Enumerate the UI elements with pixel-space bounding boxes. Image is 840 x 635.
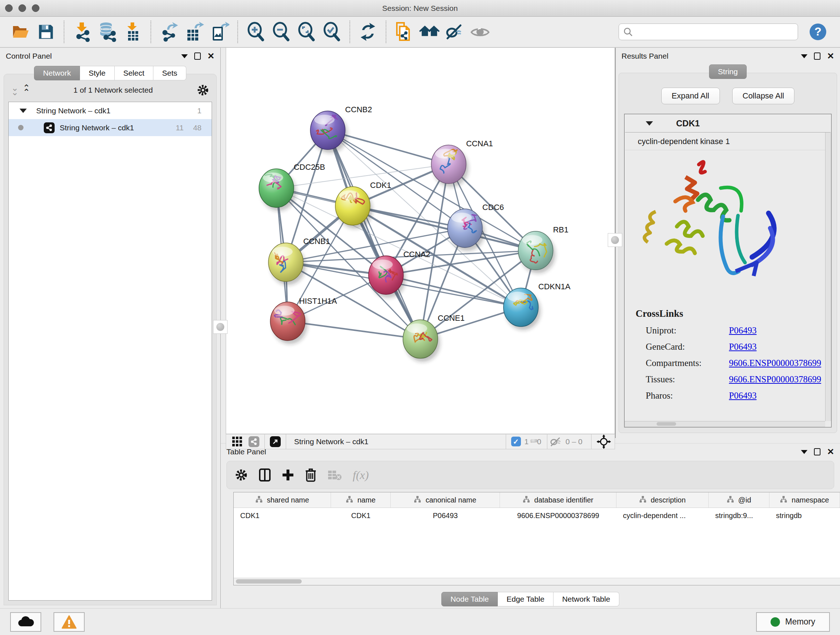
panel-menu-icon[interactable] <box>801 54 807 58</box>
network-splitter-handle[interactable] <box>608 233 622 247</box>
column-header-database-identifier[interactable]: database identifier <box>500 492 616 508</box>
tab-edge-table[interactable]: Edge Table <box>498 592 554 606</box>
search-input[interactable] <box>636 28 793 36</box>
expand-all-networks-icon[interactable]: ⌃⌃ <box>23 86 29 95</box>
add-column-plus-icon[interactable] <box>282 469 294 481</box>
network-node-CDC25B[interactable] <box>259 169 296 211</box>
column-header-canonical-name[interactable]: canonical name <box>391 492 500 508</box>
column-header-description[interactable]: description <box>616 492 709 508</box>
network-node-RB1[interactable] <box>518 231 555 273</box>
warning-button[interactable] <box>54 612 85 632</box>
export-image-button[interactable] <box>209 21 230 43</box>
table-options-gear-icon[interactable] <box>235 469 248 481</box>
open-session-button[interactable] <box>10 21 31 43</box>
panel-close-icon[interactable]: ✕ <box>207 52 215 60</box>
splitter-grip-icon[interactable] <box>531 439 538 442</box>
collapse-all-networks-icon[interactable]: ⌄⌄ <box>11 86 18 95</box>
zoom-fit-button[interactable] <box>296 21 317 43</box>
tab-style[interactable]: Style <box>80 66 115 80</box>
tab-network-table[interactable]: Network Table <box>554 592 619 606</box>
tab-string[interactable]: String <box>709 65 747 79</box>
table-cell[interactable]: stringdb:9... <box>709 508 769 524</box>
import-table-icon <box>123 22 142 42</box>
export-table-button[interactable] <box>184 21 205 43</box>
column-header-shared-name[interactable]: shared name <box>234 492 331 508</box>
network-collection-row[interactable]: String Network – cdk1 1 <box>9 102 212 119</box>
help-icon: ? <box>809 23 827 41</box>
table-cell[interactable]: stringdb <box>769 508 840 524</box>
table-cell[interactable]: cyclin-dependent ... <box>616 508 709 524</box>
panel-close-icon[interactable]: ✕ <box>827 52 834 60</box>
panel-menu-icon[interactable] <box>181 54 188 58</box>
help-button[interactable]: ? <box>807 21 829 43</box>
zoom-out-button[interactable] <box>271 21 292 43</box>
table-horizontal-scrollbar[interactable] <box>234 578 840 585</box>
network-node-HIST1H1A[interactable] <box>270 302 307 344</box>
show-eye-button[interactable] <box>470 21 491 43</box>
crosslink-label: Tissues: <box>646 374 729 385</box>
main-toolbar: ? <box>0 17 840 48</box>
hide-glasses-button[interactable] <box>444 21 465 43</box>
column-header-namespace[interactable]: namespace <box>769 492 840 508</box>
crosslink-link[interactable]: 9606.ENSP00000378699 <box>729 374 821 385</box>
scrollbar-thumb[interactable] <box>236 579 302 584</box>
protein-collapse-icon[interactable] <box>646 121 653 126</box>
toolbar-separator <box>150 21 151 43</box>
export-network-button[interactable] <box>158 21 180 43</box>
crosslink-link[interactable]: P06493 <box>729 342 756 352</box>
network-row[interactable]: String Network – cdk1 11 48 <box>9 119 212 136</box>
network-node-CDK1[interactable] <box>335 187 372 228</box>
string-home-button[interactable] <box>419 21 440 43</box>
table-cell[interactable]: CDK1 <box>331 508 391 524</box>
clone-network-icon <box>394 21 414 42</box>
tab-sets[interactable]: Sets <box>153 66 186 80</box>
panel-menu-icon[interactable] <box>801 450 807 454</box>
collapse-all-button[interactable]: Collapse All <box>732 88 795 104</box>
column-header-@id[interactable]: @id <box>709 492 769 508</box>
cloud-button[interactable] <box>10 612 41 632</box>
horizontal-splitter[interactable] <box>221 438 840 443</box>
tab-node-table[interactable]: Node Table <box>441 592 498 606</box>
save-session-button[interactable] <box>35 21 57 43</box>
network-node-CCNA2[interactable] <box>369 256 406 298</box>
table-row[interactable]: CDK1CDK1P064939606.ENSP00000378699cyclin… <box>234 508 840 524</box>
control-panel-splitter-handle[interactable] <box>213 320 227 334</box>
collection-expander-icon[interactable] <box>19 109 27 113</box>
clone-network-button[interactable] <box>393 21 415 43</box>
network-name: String Network – cdk1 <box>60 124 134 132</box>
import-table-file-button[interactable] <box>122 21 143 43</box>
zoom-selected-button[interactable] <box>321 21 342 43</box>
crosslink-link[interactable]: 9606.ENSP00000378699 <box>729 358 821 368</box>
network-node-CCNB2[interactable] <box>310 111 347 153</box>
import-network-file-button[interactable] <box>72 21 93 43</box>
apply-style-button[interactable] <box>357 21 378 43</box>
crosslink-link[interactable]: P06493 <box>729 325 756 336</box>
panel-float-icon[interactable] <box>814 52 821 60</box>
results-vertical-scrollbar[interactable] <box>825 133 831 421</box>
panel-close-icon[interactable]: ✕ <box>827 448 834 456</box>
table-cell[interactable]: CDK1 <box>234 508 331 524</box>
memory-button[interactable]: Memory <box>756 612 830 632</box>
network-node-CCNA1[interactable] <box>431 145 468 187</box>
show-columns-icon[interactable] <box>259 468 271 482</box>
hierarchy-icon <box>256 496 263 505</box>
network-node-CDKN1A[interactable] <box>504 288 540 330</box>
import-network-database-button[interactable] <box>97 21 118 43</box>
protein-header-row[interactable]: CDK1 <box>625 114 831 133</box>
table-cell[interactable]: P06493 <box>391 508 500 524</box>
expand-all-button[interactable]: Expand All <box>661 88 720 104</box>
column-header-name[interactable]: name <box>331 492 391 508</box>
tab-network[interactable]: Network <box>34 66 80 80</box>
crosslink-link[interactable]: P06493 <box>729 391 756 401</box>
network-node-CCNE1[interactable] <box>403 320 440 362</box>
results-horizontal-scrollbar[interactable] <box>625 421 825 427</box>
delete-column-trash-icon[interactable] <box>305 468 317 482</box>
panel-float-icon[interactable] <box>814 448 821 455</box>
panel-float-icon[interactable] <box>194 52 201 60</box>
table-cell[interactable]: 9606.ENSP00000378699 <box>500 508 616 524</box>
zoom-in-button[interactable] <box>245 21 266 43</box>
network-canvas[interactable]: CCNB2CCNA1CDC25BCDK1CDC6RB1CCNB1CCNA2CDK… <box>226 48 615 434</box>
tab-select[interactable]: Select <box>115 66 153 80</box>
network-options-gear-icon[interactable] <box>197 84 209 96</box>
network-node-CDC6[interactable] <box>447 209 485 251</box>
